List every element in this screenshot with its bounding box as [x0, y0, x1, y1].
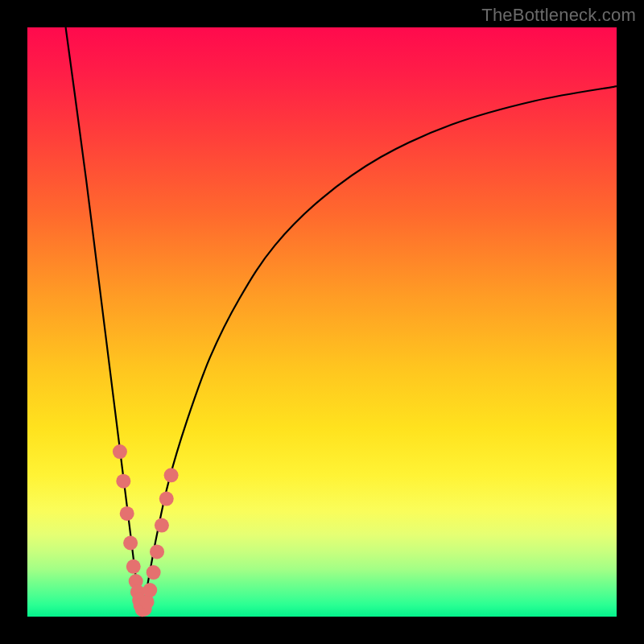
highlight-dot	[123, 536, 138, 551]
chart-frame: TheBottleneck.com	[0, 0, 644, 644]
highlight-dot	[147, 565, 161, 580]
highlight-dot	[150, 544, 164, 559]
highlight-dot	[113, 444, 127, 459]
highlight-dot	[155, 518, 169, 533]
watermark-text: TheBottleneck.com	[481, 5, 636, 26]
highlight-dot	[142, 583, 157, 597]
chart-plot-area	[27, 27, 617, 617]
curve-right-branch	[142, 86, 617, 617]
highlight-dot	[164, 468, 179, 482]
highlight-dot	[120, 506, 134, 521]
chart-svg	[27, 27, 617, 617]
highlight-dot	[159, 492, 174, 506]
highlight-dot	[126, 559, 141, 574]
highlight-dot	[116, 474, 130, 489]
curve-left-branch	[66, 27, 142, 617]
